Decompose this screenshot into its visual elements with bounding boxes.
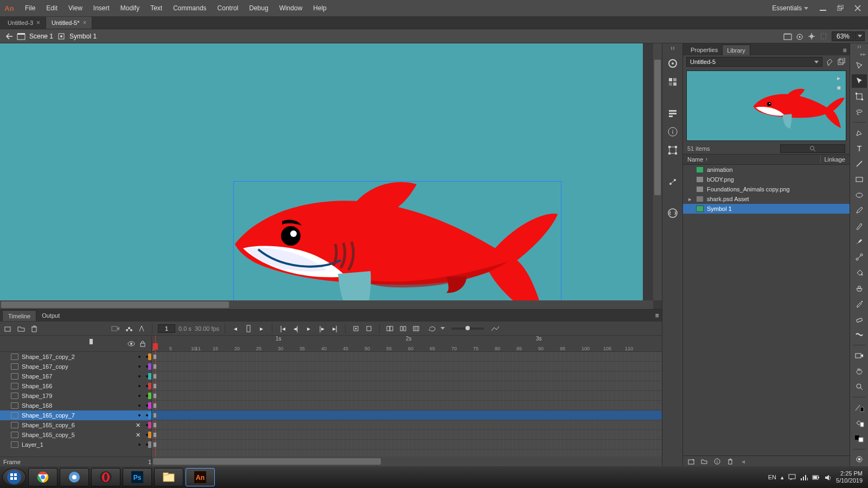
start-button[interactable]: [2, 468, 26, 486]
document-tab[interactable]: Untitled-3×: [2, 17, 46, 29]
stage-vertical-scrollbar[interactable]: [653, 43, 662, 300]
layer-row[interactable]: Shape_167_copy: [0, 362, 151, 371]
menu-modify[interactable]: Modify: [115, 0, 145, 16]
library-item[interactable]: ▸shark.psd Asset: [683, 194, 850, 204]
preview-stop-button[interactable]: ■: [834, 83, 844, 93]
current-frame-input[interactable]: 1: [158, 324, 175, 333]
bone-tool[interactable]: [852, 250, 867, 264]
column-name[interactable]: Name: [687, 156, 703, 163]
close-icon[interactable]: ×: [36, 19, 40, 27]
close-icon[interactable]: ×: [82, 19, 86, 27]
pen-tool[interactable]: [852, 126, 867, 140]
track-row[interactable]: [152, 362, 662, 371]
back-button[interactable]: [3, 31, 15, 42]
new-layer-button[interactable]: [3, 324, 13, 333]
layer-row[interactable]: Shape_165_copy_7: [0, 410, 151, 420]
menu-debug[interactable]: Debug: [244, 0, 273, 16]
loop-button[interactable]: [427, 324, 437, 333]
edit-scene-icon[interactable]: [782, 31, 794, 42]
snap-to-object-button[interactable]: [852, 453, 867, 467]
shark-artwork[interactable]: [232, 179, 563, 309]
paint-brush-tool[interactable]: [852, 235, 867, 249]
new-symbol-button[interactable]: [686, 457, 696, 466]
onion-skin-outline-button[interactable]: [137, 324, 146, 333]
stage-horizontal-scrollbar[interactable]: [0, 300, 653, 309]
taskbar-chrome[interactable]: [28, 468, 58, 486]
black-white-swap-button[interactable]: [852, 432, 867, 446]
lasso-tool[interactable]: [852, 105, 867, 119]
paint-bucket-tool[interactable]: [852, 266, 867, 280]
line-tool[interactable]: [852, 157, 867, 171]
menu-text[interactable]: Text: [145, 0, 168, 16]
delete-button[interactable]: [725, 457, 735, 466]
tab-library[interactable]: Library: [722, 44, 750, 55]
language-indicator[interactable]: EN: [768, 474, 776, 480]
fps-label[interactable]: 30.00 fps: [195, 325, 219, 332]
network-icon[interactable]: [800, 473, 808, 481]
timeline-track-area[interactable]: 1510152025303540455055606570758085909510…: [152, 336, 662, 466]
step-back-one-button[interactable]: ◂: [231, 324, 240, 333]
tray-chevron-up-icon[interactable]: ▴: [781, 474, 784, 481]
clip-content-icon[interactable]: [818, 31, 829, 42]
info-panel-icon[interactable]: i: [667, 126, 679, 138]
menu-help[interactable]: Help: [308, 0, 332, 16]
eyedropper-tool[interactable]: [852, 297, 867, 311]
library-item[interactable]: Foundations_Animals copy.png: [683, 184, 850, 194]
swatches-panel-icon[interactable]: [667, 76, 679, 88]
width-tool[interactable]: [852, 328, 867, 342]
layer-row[interactable]: Shape_166: [0, 381, 151, 391]
brush-tool[interactable]: [852, 219, 867, 233]
cc-libraries-panel-icon[interactable]: [667, 207, 679, 219]
action-center-icon[interactable]: [788, 473, 796, 481]
tab-output[interactable]: Output: [36, 310, 65, 321]
menu-commands[interactable]: Commands: [168, 0, 212, 16]
zoom-dropdown[interactable]: [855, 31, 865, 41]
step-back-button[interactable]: ◂|: [291, 324, 301, 333]
panel-menu-icon[interactable]: ≡: [840, 46, 850, 55]
camera-tool[interactable]: [852, 349, 867, 363]
go-to-first-button[interactable]: |◂: [278, 324, 288, 333]
brush-library-panel-icon[interactable]: [667, 176, 679, 188]
menu-insert[interactable]: Insert: [88, 0, 115, 16]
scrub-button[interactable]: [244, 324, 253, 333]
color-panel-icon[interactable]: [667, 57, 679, 69]
zoom-tool[interactable]: [852, 380, 867, 394]
column-linkage[interactable]: Linkage: [824, 156, 845, 163]
step-forward-button[interactable]: |▸: [317, 324, 327, 333]
layer-row[interactable]: Shape_168: [0, 401, 151, 410]
layer-row[interactable]: Shape_165_copy_5: [0, 430, 151, 440]
window-restore-button[interactable]: [833, 3, 847, 14]
tab-timeline[interactable]: Timeline: [2, 310, 36, 321]
go-to-last-button[interactable]: ▸|: [330, 324, 340, 333]
library-item-list[interactable]: animationbODY.pngFoundations_Animals cop…: [683, 165, 850, 455]
layer-row[interactable]: Layer_1: [0, 440, 151, 450]
system-tray[interactable]: EN ▴ 2:25 PM 5/10/2019: [768, 470, 866, 484]
track-row[interactable]: [152, 420, 662, 430]
layer-row[interactable]: Shape_167_copy_2: [0, 352, 151, 362]
marker-button[interactable]: [411, 324, 421, 333]
library-document-selector[interactable]: Untitled-5: [686, 57, 822, 67]
free-transform-tool[interactable]: [852, 89, 867, 104]
delete-layer-button[interactable]: [29, 324, 39, 333]
scene-label[interactable]: Scene 1: [29, 33, 53, 40]
camera-button[interactable]: [111, 324, 120, 333]
library-search-input[interactable]: [780, 144, 845, 153]
taskbar-animate[interactable]: An: [186, 468, 215, 486]
track-row[interactable]: [152, 410, 662, 420]
menu-edit[interactable]: Edit: [41, 0, 63, 16]
battery-icon[interactable]: [812, 473, 820, 481]
taskbar-chromium[interactable]: [60, 468, 89, 486]
scene-icon[interactable]: [15, 31, 27, 42]
track-row[interactable]: [152, 371, 662, 381]
pin-library-button[interactable]: [825, 57, 834, 67]
track-row[interactable]: [152, 391, 662, 401]
new-library-panel-button[interactable]: [837, 57, 846, 67]
panel-menu-icon[interactable]: ≡: [652, 311, 662, 320]
menu-view[interactable]: View: [63, 0, 88, 16]
timeline-ruler[interactable]: 1510152025303540455055606570758085909510…: [152, 336, 662, 352]
ink-bottle-tool[interactable]: [852, 281, 867, 296]
edit-multiple-frames-button[interactable]: [398, 324, 408, 333]
align-panel-icon[interactable]: [667, 107, 679, 119]
window-close-button[interactable]: [851, 3, 865, 14]
track-row[interactable]: [152, 440, 662, 450]
